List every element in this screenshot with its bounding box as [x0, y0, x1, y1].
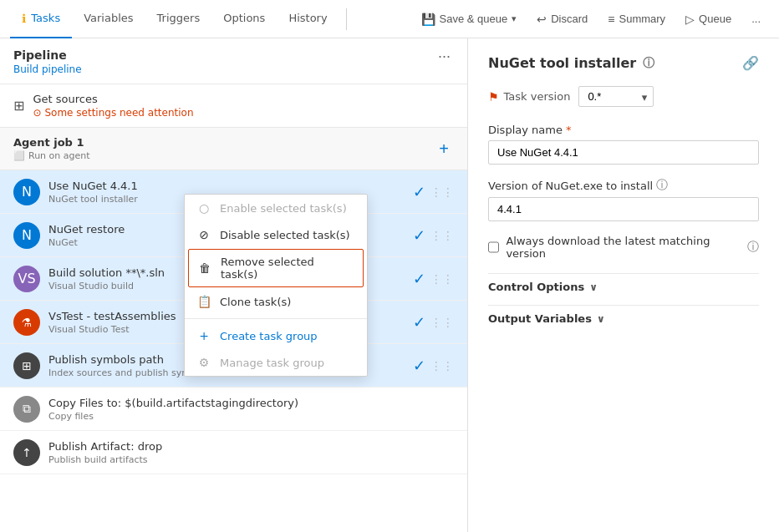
nav-actions: 💾 Save & queue ▾ ↩ Discard ≡ Summary ▷ Q…	[413, 7, 769, 32]
checkbox-info-icon[interactable]: ⓘ	[747, 240, 759, 255]
ctx-disable[interactable]: ⊘ Disable selected task(s)	[185, 221, 367, 248]
drag-handle-4[interactable]: ⋮⋮	[430, 316, 454, 329]
add-task-button[interactable]: +	[434, 138, 454, 160]
ctx-clone-icon: 📋	[196, 295, 211, 308]
version-select-wrap: 0.* 1.*	[578, 86, 654, 107]
check-icon-4: ✓	[413, 313, 425, 331]
required-marker: *	[566, 124, 572, 136]
agent-job-left: Agent job 1 ⬜ Run on agent	[13, 136, 90, 161]
control-options-chevron-icon: ∨	[589, 281, 598, 293]
agent-icon: ⬜	[13, 150, 25, 161]
ctx-divider	[185, 318, 367, 319]
right-panel: NuGet tool installer ⓘ 🔗 ⚑ Task version …	[468, 38, 779, 532]
ctx-manage-icon: ⚙	[196, 356, 211, 369]
get-sources-warning: ⊙ Some settings need attention	[33, 107, 454, 119]
task-status-nuget-restore: ✓ ⋮⋮	[413, 226, 454, 244]
more-actions-button[interactable]: ...	[743, 7, 769, 32]
task-icon-nuget-restore: N	[13, 222, 40, 249]
ctx-manage-group[interactable]: ⚙ Manage task group	[185, 349, 367, 376]
display-name-label: Display name *	[488, 124, 759, 136]
ctx-remove-icon: 🗑	[197, 261, 212, 275]
ctx-disable-icon: ⊘	[196, 228, 211, 241]
task-status-publish-symbols: ✓ ⋮⋮	[413, 357, 454, 374]
pipeline-more-button[interactable]: ···	[435, 48, 454, 63]
task-status-build: ✓ ⋮⋮	[413, 270, 454, 287]
top-nav: ℹ Tasks Variables Triggers Options Histo…	[0, 0, 779, 38]
agent-job-title: Agent job 1	[13, 136, 90, 149]
task-icon-nuget: N	[13, 179, 40, 205]
ctx-clone[interactable]: 📋 Clone task(s)	[185, 288, 367, 315]
task-content-publish-artifact: Publish Artifact: drop Publish build art…	[48, 440, 454, 465]
display-name-input[interactable]	[488, 140, 759, 165]
check-icon: ✓	[413, 183, 425, 200]
output-variables-section: Output Variables ∨	[488, 305, 759, 332]
save-queue-button[interactable]: 💾 Save & queue ▾	[413, 7, 526, 32]
flag-icon: ⚑	[488, 90, 499, 104]
checkbox-row: Always download the latest matching vers…	[488, 235, 759, 260]
task-icon-vstest: ⚗	[13, 309, 40, 336]
save-chevron-icon: ▾	[512, 13, 517, 24]
summary-icon: ≡	[608, 13, 614, 26]
title-info-icon[interactable]: ⓘ	[643, 56, 654, 71]
check-icon-3: ✓	[413, 270, 425, 287]
pipeline-info: Pipeline Build pipeline	[13, 48, 82, 75]
latest-version-checkbox[interactable]	[488, 241, 499, 253]
nav-divider	[346, 8, 347, 30]
pipeline-header: Pipeline Build pipeline ···	[0, 38, 467, 84]
output-variables-header[interactable]: Output Variables ∨	[488, 305, 759, 332]
agent-job-header: Agent job 1 ⬜ Run on agent +	[0, 128, 467, 170]
task-icon-copy-files: ⧉	[13, 396, 40, 423]
pipeline-title: Pipeline	[13, 48, 82, 62]
main-layout: Pipeline Build pipeline ··· ⊞ Get source…	[0, 38, 779, 532]
task-icon-publish-artifact: ↑	[13, 439, 40, 466]
tab-tasks[interactable]: ℹ Tasks	[10, 0, 72, 38]
output-variables-chevron-icon: ∨	[597, 313, 605, 325]
check-icon-2: ✓	[413, 226, 425, 244]
task-list: N Use NuGet 4.4.1 NuGet tool installer ✓…	[0, 170, 467, 474]
right-title: NuGet tool installer ⓘ	[488, 55, 654, 71]
tab-options[interactable]: Options	[211, 0, 277, 38]
tab-triggers[interactable]: Triggers	[145, 0, 212, 38]
queue-icon: ▷	[685, 13, 695, 26]
drag-handle-5[interactable]: ⋮⋮	[430, 359, 454, 372]
task-item-copy-files[interactable]: ⧉ Copy Files to: $(build.artifactstaging…	[0, 388, 467, 431]
task-version-row: ⚑ Task version 0.* 1.*	[488, 86, 759, 107]
right-header: NuGet tool installer ⓘ 🔗	[488, 55, 759, 71]
get-sources-title: Get sources	[33, 93, 454, 105]
version-info-icon[interactable]: ⓘ	[656, 178, 668, 193]
ctx-remove[interactable]: 🗑 Remove selected task(s)	[188, 249, 364, 287]
warning-icon: ⊙	[33, 107, 41, 119]
ctx-create-icon: +	[196, 329, 211, 342]
tab-history[interactable]: History	[277, 0, 339, 38]
get-sources-icon: ⊞	[13, 98, 24, 114]
task-icon-build: VS	[13, 266, 40, 292]
control-options-header[interactable]: Control Options ∨	[488, 273, 759, 300]
version-input[interactable]	[488, 197, 759, 221]
drag-handle-3[interactable]: ⋮⋮	[430, 272, 454, 286]
discard-button[interactable]: ↩ Discard	[528, 7, 596, 32]
version-label: Version of NuGet.exe to install ⓘ	[488, 178, 759, 193]
display-name-field-group: Display name *	[488, 124, 759, 165]
version-field-group: Version of NuGet.exe to install ⓘ	[488, 178, 759, 221]
control-options-section: Control Options ∨	[488, 273, 759, 300]
summary-button[interactable]: ≡ Summary	[599, 7, 674, 32]
pipeline-subtitle[interactable]: Build pipeline	[13, 63, 82, 75]
drag-handle-2[interactable]: ⋮⋮	[430, 229, 454, 242]
queue-button[interactable]: ▷ Queue	[677, 7, 740, 32]
nav-tabs: ℹ Tasks Variables Triggers Options Histo…	[10, 0, 339, 38]
task-content-copy-files: Copy Files to: $(build.artifactstagingdi…	[48, 397, 454, 422]
ctx-enable-icon: ○	[196, 201, 211, 215]
drag-handle[interactable]: ⋮⋮	[430, 185, 454, 199]
get-sources-content: Get sources ⊙ Some settings need attenti…	[33, 93, 454, 119]
ctx-create-group[interactable]: + Create task group	[185, 322, 367, 349]
link-icon[interactable]: 🔗	[742, 55, 759, 71]
tasks-icon: ℹ	[22, 12, 26, 25]
get-sources-row[interactable]: ⊞ Get sources ⊙ Some settings need atten…	[0, 84, 467, 128]
ctx-enable[interactable]: ○ Enable selected task(s)	[185, 195, 367, 221]
task-item-publish-artifact[interactable]: ↑ Publish Artifact: drop Publish build a…	[0, 431, 467, 474]
agent-job-subtitle: ⬜ Run on agent	[13, 150, 90, 161]
discard-icon: ↩	[537, 13, 547, 26]
version-select[interactable]: 0.* 1.*	[578, 86, 654, 107]
task-version-label: ⚑ Task version	[488, 90, 570, 104]
tab-variables[interactable]: Variables	[72, 0, 145, 38]
